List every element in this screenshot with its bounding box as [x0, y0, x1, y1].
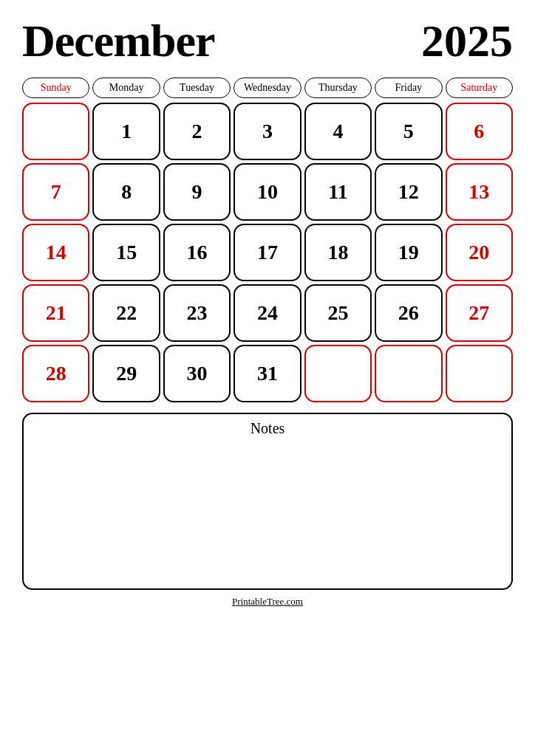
weekdays-row: SundayMondayTuesdayWednesdayThursdayFrid…	[22, 78, 513, 98]
day-cell-31[interactable]: 31	[234, 345, 301, 402]
day-cell-7[interactable]: 7	[22, 163, 89, 221]
day-cell-12[interactable]: 12	[375, 163, 442, 221]
year-title: 2025	[421, 15, 513, 67]
day-cell-26[interactable]: 26	[375, 284, 442, 342]
day-cell-20[interactable]: 20	[446, 224, 513, 281]
day-cell-16[interactable]: 16	[163, 224, 231, 281]
day-cell-5[interactable]: 5	[375, 103, 442, 160]
weekday-tuesday: Tuesday	[163, 78, 231, 98]
day-cell-9[interactable]: 9	[163, 163, 231, 221]
day-cell-empty-4-6	[446, 345, 513, 402]
weekday-thursday: Thursday	[304, 78, 372, 98]
day-cell-28[interactable]: 28	[22, 345, 89, 402]
notes-textarea[interactable]	[31, 441, 504, 579]
day-cell-15[interactable]: 15	[92, 224, 160, 281]
day-cell-18[interactable]: 18	[304, 224, 372, 281]
day-cell-22[interactable]: 22	[92, 284, 160, 342]
day-cell-19[interactable]: 19	[375, 224, 442, 281]
footer-website: PrintableTree.com	[232, 596, 303, 608]
calendar-container: SundayMondayTuesdayWednesdayThursdayFrid…	[22, 78, 513, 402]
day-cell-1[interactable]: 1	[92, 103, 160, 160]
days-grid: 1234567891011121314151617181920212223242…	[22, 103, 513, 402]
day-cell-6[interactable]: 6	[446, 103, 513, 160]
weekday-saturday: Saturday	[446, 78, 513, 98]
day-cell-30[interactable]: 30	[163, 345, 231, 402]
day-cell-25[interactable]: 25	[304, 284, 372, 342]
calendar-header: December 2025	[22, 15, 513, 67]
notes-section: Notes	[22, 413, 513, 590]
day-cell-empty-4-4	[304, 345, 372, 402]
weekday-wednesday: Wednesday	[234, 78, 301, 98]
day-cell-11[interactable]: 11	[304, 163, 372, 221]
day-cell-3[interactable]: 3	[234, 103, 301, 160]
day-cell-21[interactable]: 21	[22, 284, 89, 342]
day-cell-empty-4-5	[375, 345, 442, 402]
weekday-monday: Monday	[92, 78, 160, 98]
day-cell-27[interactable]: 27	[446, 284, 513, 342]
day-cell-2[interactable]: 2	[163, 103, 231, 160]
day-cell-17[interactable]: 17	[234, 224, 301, 281]
day-cell-8[interactable]: 8	[92, 163, 160, 221]
weekday-friday: Friday	[375, 78, 442, 98]
day-cell-13[interactable]: 13	[446, 163, 513, 221]
day-cell-10[interactable]: 10	[234, 163, 301, 221]
month-title: December	[22, 15, 215, 67]
day-cell-29[interactable]: 29	[92, 345, 160, 402]
day-cell-23[interactable]: 23	[163, 284, 231, 342]
weekday-sunday: Sunday	[22, 78, 89, 98]
day-cell-4[interactable]: 4	[304, 103, 372, 160]
day-cell-24[interactable]: 24	[234, 284, 301, 342]
notes-title: Notes	[31, 420, 504, 437]
day-cell-14[interactable]: 14	[22, 224, 89, 281]
day-cell-empty-0-0	[22, 103, 89, 160]
